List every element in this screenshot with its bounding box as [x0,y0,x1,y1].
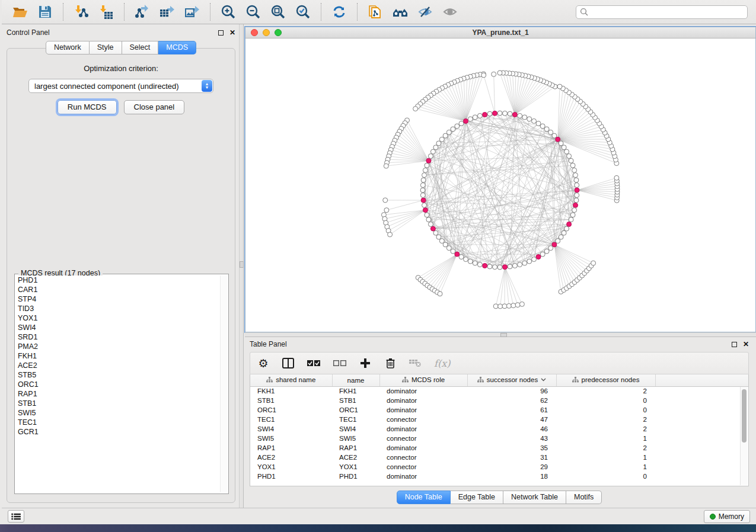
refresh-icon[interactable] [329,2,349,21]
mcds-result-item[interactable]: PHD1 [16,275,220,285]
network-node[interactable] [564,149,569,154]
export-table-icon[interactable] [157,2,177,21]
run-mcds-button[interactable]: Run MCDS [58,100,117,114]
task-history-button[interactable] [8,510,24,523]
table-cell[interactable]: SWI4 [332,424,379,434]
mcds-result-item[interactable]: ACE2 [16,361,220,370]
mcds-node[interactable] [567,222,572,227]
network-node[interactable] [570,213,575,217]
table-cell[interactable]: 62 [467,396,556,405]
mcds-result-item[interactable]: TEC1 [16,418,220,427]
network-node[interactable] [468,117,473,121]
search-input[interactable] [591,8,744,16]
table-cell[interactable]: 43 [467,434,556,443]
table-cell[interactable]: dominator [379,443,467,453]
mcds-result-item[interactable]: CAR1 [16,285,220,294]
network-node[interactable] [430,149,435,154]
table-cell[interactable]: 35 [467,443,556,453]
network-node[interactable] [464,257,468,262]
network-node[interactable] [425,163,429,168]
network-node[interactable] [428,154,433,159]
network-node[interactable] [481,73,486,78]
network-node[interactable] [544,249,549,254]
network-graph[interactable] [245,39,755,332]
mcds-node[interactable] [503,265,508,270]
zoom-in-icon[interactable] [218,2,238,21]
table-row[interactable]: FKH1FKH1dominator962 [250,386,748,396]
table-row[interactable]: SWI4SWI4dominator462 [250,424,748,434]
table-cell[interactable]: 2 [556,443,655,453]
mcds-node[interactable] [426,158,431,163]
network-node[interactable] [420,183,425,188]
close-panel-button[interactable]: Close panel [124,100,185,114]
table-cell[interactable]: 96 [467,386,556,396]
table-cell[interactable] [655,453,748,462]
horizontal-splitter[interactable] [245,332,756,337]
table-cell[interactable]: 0 [556,472,655,481]
table-cell[interactable]: TEC1 [250,415,332,424]
table-cell[interactable]: 2 [556,386,655,396]
tab-style[interactable]: Style [90,41,122,55]
table-cell[interactable] [655,386,748,396]
network-node[interactable] [511,303,516,308]
network-node[interactable] [428,222,433,227]
table-cell[interactable]: 2 [556,424,655,434]
table-cell[interactable]: 2 [556,415,655,424]
network-search-box[interactable] [576,5,748,19]
network-node[interactable] [497,70,502,75]
table-cell[interactable]: ORC1 [332,405,379,415]
network-node[interactable] [451,249,455,254]
table-row[interactable]: ACE2ACE2connector311 [250,453,748,462]
table-row[interactable]: STB1STB1dominator620 [250,396,748,405]
table-cell[interactable]: 31 [467,453,556,462]
scrollbar-thumb[interactable] [742,389,747,443]
mcds-result-list[interactable]: PHD1CAR1STP4TID3YOX1SWI4SRD1PMA2FKH1ACE2… [16,275,220,492]
tab-edge-table[interactable]: Edge Table [451,491,503,504]
network-node[interactable] [532,257,537,262]
network-node[interactable] [574,178,579,182]
table-scrollbar[interactable] [740,387,748,485]
table-cell[interactable]: FKH1 [250,386,332,396]
open-file-icon[interactable] [10,2,30,21]
tab-network-table[interactable]: Network Table [503,491,566,504]
tab-mcds[interactable]: MCDS [158,41,196,55]
network-node[interactable] [473,261,477,265]
network-node[interactable] [487,264,492,269]
table-cell[interactable]: ACE2 [332,453,379,462]
table-cell[interactable] [655,424,748,434]
close-panel-icon[interactable]: ✕ [743,341,749,348]
network-node[interactable] [508,264,512,269]
table-cell[interactable]: SWI5 [332,434,379,443]
network-node[interactable] [477,113,482,118]
network-node[interactable] [562,230,566,235]
network-node[interactable] [487,111,492,116]
search-network-icon[interactable] [390,2,410,21]
mcds-node[interactable] [493,111,497,116]
network-node[interactable] [451,127,455,132]
network-node[interactable] [572,168,577,172]
select-all-columns-icon[interactable] [307,357,320,370]
mcds-node[interactable] [536,255,541,259]
mcds-node[interactable] [455,252,460,257]
network-node[interactable] [522,261,527,265]
table-row[interactable]: ORC1ORC1dominator610 [250,405,748,415]
network-node[interactable] [420,193,425,198]
mcds-result-item[interactable]: STB1 [16,399,220,408]
network-node[interactable] [556,239,560,243]
network-node[interactable] [559,141,563,146]
add-column-icon[interactable] [359,357,371,370]
network-node[interactable] [498,304,503,309]
table-row[interactable]: RAP1RAP1dominator352 [250,443,748,453]
network-node[interactable] [540,252,545,257]
network-node[interactable] [492,72,496,76]
network-node[interactable] [438,291,442,296]
table-cell[interactable]: 0 [556,405,655,415]
network-node[interactable] [425,213,429,217]
table-cell[interactable]: SWI5 [250,434,332,443]
network-node[interactable] [493,265,497,270]
tab-select[interactable]: Select [122,41,159,55]
column-header-predecessor-nodes[interactable]: predecessor nodes [556,374,655,386]
network-node[interactable] [557,84,562,89]
import-network-icon[interactable] [71,2,91,21]
mcds-node[interactable] [430,226,435,231]
